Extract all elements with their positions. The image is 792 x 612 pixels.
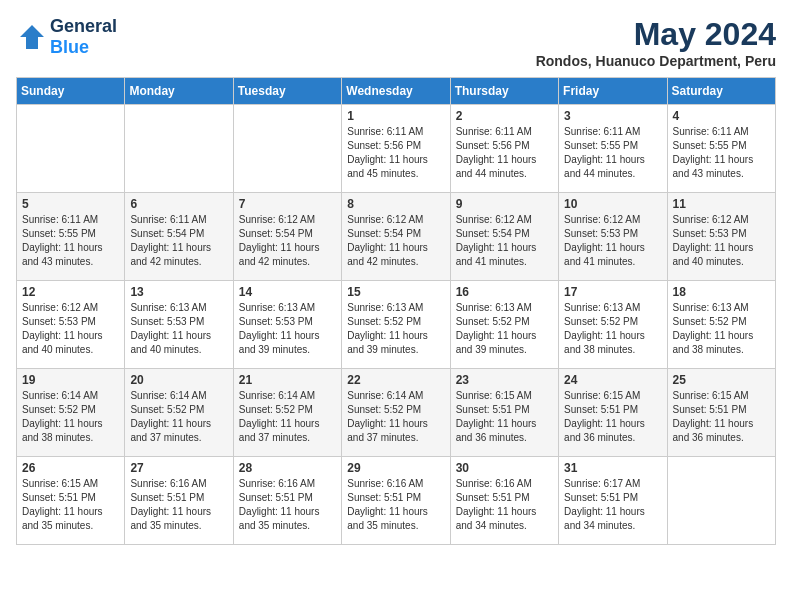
cell-info: Sunrise: 6:13 AMSunset: 5:52 PMDaylight:…	[673, 302, 754, 355]
logo-blue: Blue	[50, 37, 117, 58]
cell-info: Sunrise: 6:17 AMSunset: 5:51 PMDaylight:…	[564, 478, 645, 531]
calendar-cell: 16 Sunrise: 6:13 AMSunset: 5:52 PMDaylig…	[450, 281, 558, 369]
day-number: 27	[130, 461, 227, 475]
calendar-cell: 18 Sunrise: 6:13 AMSunset: 5:52 PMDaylig…	[667, 281, 775, 369]
cell-info: Sunrise: 6:13 AMSunset: 5:53 PMDaylight:…	[239, 302, 320, 355]
cell-info: Sunrise: 6:11 AMSunset: 5:56 PMDaylight:…	[347, 126, 428, 179]
day-number: 4	[673, 109, 770, 123]
calendar-table: SundayMondayTuesdayWednesdayThursdayFrid…	[16, 77, 776, 545]
calendar-week-row: 1 Sunrise: 6:11 AMSunset: 5:56 PMDayligh…	[17, 105, 776, 193]
calendar-cell: 30 Sunrise: 6:16 AMSunset: 5:51 PMDaylig…	[450, 457, 558, 545]
calendar-cell: 11 Sunrise: 6:12 AMSunset: 5:53 PMDaylig…	[667, 193, 775, 281]
calendar-cell: 27 Sunrise: 6:16 AMSunset: 5:51 PMDaylig…	[125, 457, 233, 545]
calendar-cell: 25 Sunrise: 6:15 AMSunset: 5:51 PMDaylig…	[667, 369, 775, 457]
day-number: 1	[347, 109, 444, 123]
cell-info: Sunrise: 6:14 AMSunset: 5:52 PMDaylight:…	[239, 390, 320, 443]
day-number: 11	[673, 197, 770, 211]
day-number: 28	[239, 461, 336, 475]
day-number: 23	[456, 373, 553, 387]
cell-info: Sunrise: 6:14 AMSunset: 5:52 PMDaylight:…	[130, 390, 211, 443]
cell-info: Sunrise: 6:15 AMSunset: 5:51 PMDaylight:…	[673, 390, 754, 443]
calendar-cell: 3 Sunrise: 6:11 AMSunset: 5:55 PMDayligh…	[559, 105, 667, 193]
calendar-cell: 20 Sunrise: 6:14 AMSunset: 5:52 PMDaylig…	[125, 369, 233, 457]
day-number: 9	[456, 197, 553, 211]
calendar-cell: 12 Sunrise: 6:12 AMSunset: 5:53 PMDaylig…	[17, 281, 125, 369]
calendar-cell: 24 Sunrise: 6:15 AMSunset: 5:51 PMDaylig…	[559, 369, 667, 457]
calendar-cell: 1 Sunrise: 6:11 AMSunset: 5:56 PMDayligh…	[342, 105, 450, 193]
day-number: 29	[347, 461, 444, 475]
calendar-cell: 2 Sunrise: 6:11 AMSunset: 5:56 PMDayligh…	[450, 105, 558, 193]
calendar-cell	[233, 105, 341, 193]
page-header: General Blue May 2024 Rondos, Huanuco De…	[16, 16, 776, 69]
cell-info: Sunrise: 6:15 AMSunset: 5:51 PMDaylight:…	[22, 478, 103, 531]
calendar-week-row: 12 Sunrise: 6:12 AMSunset: 5:53 PMDaylig…	[17, 281, 776, 369]
day-header-wednesday: Wednesday	[342, 78, 450, 105]
calendar-cell: 31 Sunrise: 6:17 AMSunset: 5:51 PMDaylig…	[559, 457, 667, 545]
cell-info: Sunrise: 6:12 AMSunset: 5:54 PMDaylight:…	[239, 214, 320, 267]
calendar-week-row: 19 Sunrise: 6:14 AMSunset: 5:52 PMDaylig…	[17, 369, 776, 457]
day-number: 10	[564, 197, 661, 211]
calendar-cell: 5 Sunrise: 6:11 AMSunset: 5:55 PMDayligh…	[17, 193, 125, 281]
cell-info: Sunrise: 6:12 AMSunset: 5:54 PMDaylight:…	[456, 214, 537, 267]
day-number: 13	[130, 285, 227, 299]
calendar-week-row: 26 Sunrise: 6:15 AMSunset: 5:51 PMDaylig…	[17, 457, 776, 545]
day-header-tuesday: Tuesday	[233, 78, 341, 105]
day-number: 18	[673, 285, 770, 299]
cell-info: Sunrise: 6:15 AMSunset: 5:51 PMDaylight:…	[564, 390, 645, 443]
calendar-cell: 6 Sunrise: 6:11 AMSunset: 5:54 PMDayligh…	[125, 193, 233, 281]
calendar-cell	[667, 457, 775, 545]
day-header-thursday: Thursday	[450, 78, 558, 105]
svg-marker-0	[20, 25, 44, 49]
calendar-cell: 28 Sunrise: 6:16 AMSunset: 5:51 PMDaylig…	[233, 457, 341, 545]
day-number: 7	[239, 197, 336, 211]
day-number: 31	[564, 461, 661, 475]
title-section: May 2024 Rondos, Huanuco Department, Per…	[536, 16, 776, 69]
calendar-cell	[17, 105, 125, 193]
day-number: 17	[564, 285, 661, 299]
day-number: 14	[239, 285, 336, 299]
calendar-cell: 22 Sunrise: 6:14 AMSunset: 5:52 PMDaylig…	[342, 369, 450, 457]
day-number: 26	[22, 461, 119, 475]
calendar-cell: 7 Sunrise: 6:12 AMSunset: 5:54 PMDayligh…	[233, 193, 341, 281]
calendar-cell: 23 Sunrise: 6:15 AMSunset: 5:51 PMDaylig…	[450, 369, 558, 457]
calendar-cell: 26 Sunrise: 6:15 AMSunset: 5:51 PMDaylig…	[17, 457, 125, 545]
cell-info: Sunrise: 6:16 AMSunset: 5:51 PMDaylight:…	[130, 478, 211, 531]
calendar-cell: 10 Sunrise: 6:12 AMSunset: 5:53 PMDaylig…	[559, 193, 667, 281]
day-number: 21	[239, 373, 336, 387]
cell-info: Sunrise: 6:16 AMSunset: 5:51 PMDaylight:…	[456, 478, 537, 531]
cell-info: Sunrise: 6:16 AMSunset: 5:51 PMDaylight:…	[347, 478, 428, 531]
day-number: 20	[130, 373, 227, 387]
day-number: 25	[673, 373, 770, 387]
day-number: 5	[22, 197, 119, 211]
cell-info: Sunrise: 6:16 AMSunset: 5:51 PMDaylight:…	[239, 478, 320, 531]
calendar-cell: 9 Sunrise: 6:12 AMSunset: 5:54 PMDayligh…	[450, 193, 558, 281]
cell-info: Sunrise: 6:12 AMSunset: 5:53 PMDaylight:…	[564, 214, 645, 267]
cell-info: Sunrise: 6:11 AMSunset: 5:55 PMDaylight:…	[22, 214, 103, 267]
month-year: May 2024	[536, 16, 776, 53]
day-header-friday: Friday	[559, 78, 667, 105]
day-number: 2	[456, 109, 553, 123]
day-header-sunday: Sunday	[17, 78, 125, 105]
logo-general: General	[50, 16, 117, 37]
calendar-week-row: 5 Sunrise: 6:11 AMSunset: 5:55 PMDayligh…	[17, 193, 776, 281]
day-number: 12	[22, 285, 119, 299]
cell-info: Sunrise: 6:12 AMSunset: 5:53 PMDaylight:…	[673, 214, 754, 267]
calendar-cell: 17 Sunrise: 6:13 AMSunset: 5:52 PMDaylig…	[559, 281, 667, 369]
logo: General Blue	[16, 16, 117, 58]
logo-icon	[16, 21, 48, 53]
day-number: 22	[347, 373, 444, 387]
day-header-saturday: Saturday	[667, 78, 775, 105]
cell-info: Sunrise: 6:12 AMSunset: 5:54 PMDaylight:…	[347, 214, 428, 267]
day-number: 15	[347, 285, 444, 299]
cell-info: Sunrise: 6:11 AMSunset: 5:54 PMDaylight:…	[130, 214, 211, 267]
calendar-cell: 4 Sunrise: 6:11 AMSunset: 5:55 PMDayligh…	[667, 105, 775, 193]
cell-info: Sunrise: 6:11 AMSunset: 5:56 PMDaylight:…	[456, 126, 537, 179]
location: Rondos, Huanuco Department, Peru	[536, 53, 776, 69]
day-number: 8	[347, 197, 444, 211]
cell-info: Sunrise: 6:15 AMSunset: 5:51 PMDaylight:…	[456, 390, 537, 443]
day-number: 30	[456, 461, 553, 475]
day-number: 24	[564, 373, 661, 387]
cell-info: Sunrise: 6:13 AMSunset: 5:52 PMDaylight:…	[347, 302, 428, 355]
cell-info: Sunrise: 6:11 AMSunset: 5:55 PMDaylight:…	[564, 126, 645, 179]
calendar-cell: 21 Sunrise: 6:14 AMSunset: 5:52 PMDaylig…	[233, 369, 341, 457]
